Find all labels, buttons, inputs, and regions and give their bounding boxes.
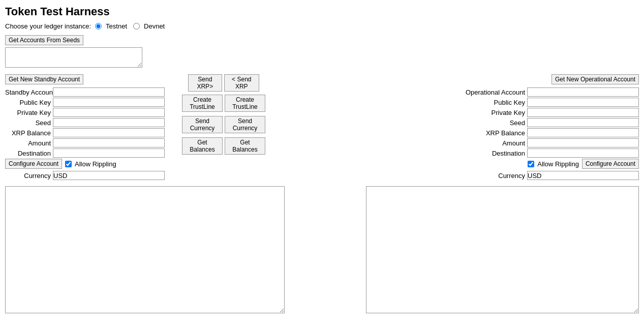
op-public-key-input[interactable] — [527, 98, 639, 107]
get-balances-row: GetBalances GetBalances — [182, 137, 265, 157]
standby-currency-input[interactable] — [53, 171, 165, 180]
middle-panel: Send XRP> < Send XRP CreateTrustLine Cre… — [188, 74, 259, 182]
standby-seed-label: Seed — [5, 119, 51, 127]
get-new-operational-account-button[interactable]: Get New Operational Account — [551, 74, 639, 84]
standby-configure-account-button[interactable]: Configure Account — [5, 159, 62, 169]
op-account-row: Operational Account — [466, 87, 639, 97]
op-allow-rippling-label: Allow Rippling — [537, 160, 579, 168]
send-currency-left-button[interactable]: SendCurrency — [182, 116, 223, 133]
standby-private-key-row: Private Key — [5, 108, 188, 117]
op-destination-row: Destination — [492, 149, 639, 158]
standby-panel: Get New Standby Account Standby Account … — [5, 74, 188, 182]
operational-top-button-row: Get New Operational Account — [551, 74, 639, 84]
send-currency-row: SendCurrency SendCurrency — [182, 116, 265, 135]
op-xrp-balance-label: XRP Balance — [486, 129, 525, 137]
standby-account-label: Standby Account — [5, 88, 51, 96]
standby-private-key-label: Private Key — [5, 109, 51, 116]
seeds-section: Get Accounts From Seeds — [5, 35, 639, 69]
send-xrp-row: Send XRP> < Send XRP — [188, 74, 259, 92]
standby-destination-row: Destination — [5, 149, 188, 158]
log-middle — [285, 186, 366, 315]
standby-private-key-input[interactable] — [53, 108, 165, 117]
op-public-key-label: Public Key — [494, 99, 525, 106]
log-section — [5, 186, 639, 315]
op-configure-account-button[interactable]: Configure Account — [582, 159, 639, 169]
create-trustline-left-button[interactable]: CreateTrustLine — [182, 95, 223, 112]
op-configure-row: Allow Rippling Configure Account — [528, 159, 639, 169]
get-balances-left-button[interactable]: GetBalances — [182, 137, 223, 155]
log-left — [5, 186, 285, 315]
standby-public-key-label: Public Key — [5, 99, 51, 106]
op-currency-row: Currency — [498, 171, 639, 180]
op-private-key-row: Private Key — [492, 108, 639, 117]
standby-amount-label: Amount — [5, 139, 51, 147]
send-xrp-right-button[interactable]: Send XRP> — [188, 74, 222, 92]
ledger-choice-label: Choose your ledger instance: — [5, 22, 91, 30]
op-destination-label: Destination — [492, 150, 525, 157]
op-amount-input[interactable] — [527, 138, 639, 147]
log-right — [366, 186, 639, 315]
standby-log-textarea[interactable] — [5, 186, 285, 313]
op-allow-rippling-checkbox[interactable] — [528, 161, 534, 167]
devnet-radio[interactable] — [133, 23, 140, 29]
standby-xrp-balance-label: XRP Balance — [5, 129, 51, 137]
op-currency-input[interactable] — [527, 171, 639, 180]
standby-currency-row: Currency — [5, 171, 188, 180]
op-seed-row: Seed — [510, 118, 639, 127]
testnet-label: Testnet — [106, 22, 127, 30]
op-public-key-row: Public Key — [494, 98, 639, 107]
op-destination-input[interactable] — [527, 149, 639, 158]
page-title: Token Test Harness — [5, 5, 639, 18]
operational-panel: Get New Operational Account Operational … — [259, 74, 639, 182]
standby-configure-row: Configure Account Allow Rippling — [5, 159, 188, 169]
create-trustline-row: CreateTrustLine CreateTrustLine — [182, 95, 265, 114]
op-amount-row: Amount — [502, 138, 639, 147]
standby-account-row: Standby Account — [5, 87, 188, 97]
op-private-key-input[interactable] — [527, 108, 639, 117]
get-accounts-from-seeds-button[interactable]: Get Accounts From Seeds — [5, 35, 83, 45]
standby-allow-rippling-label: Allow Rippling — [75, 160, 116, 168]
op-seed-label: Seed — [510, 119, 525, 127]
op-seed-input[interactable] — [527, 118, 639, 127]
standby-destination-label: Destination — [5, 150, 51, 157]
standby-account-input[interactable] — [53, 87, 165, 97]
standby-allow-rippling-checkbox[interactable] — [65, 161, 72, 167]
op-account-input[interactable] — [527, 87, 639, 97]
op-currency-label: Currency — [498, 172, 525, 180]
op-private-key-label: Private Key — [492, 109, 525, 116]
op-amount-label: Amount — [502, 139, 525, 147]
standby-seed-input[interactable] — [53, 118, 165, 127]
get-new-standby-account-button[interactable]: Get New Standby Account — [5, 74, 83, 84]
op-xrp-balance-row: XRP Balance — [486, 128, 639, 137]
standby-currency-label: Currency — [5, 172, 51, 180]
standby-top-button-row: Get New Standby Account — [5, 74, 188, 84]
standby-destination-input[interactable] — [53, 149, 165, 158]
standby-xrp-balance-row: XRP Balance — [5, 128, 188, 137]
op-account-label: Operational Account — [466, 88, 525, 96]
testnet-radio[interactable] — [95, 23, 102, 29]
op-xrp-balance-input[interactable] — [527, 128, 639, 137]
operational-log-textarea[interactable] — [366, 186, 639, 313]
main-layout: Get New Standby Account Standby Account … — [5, 74, 639, 182]
standby-amount-input[interactable] — [53, 138, 165, 147]
send-xrp-left-button[interactable]: < Send XRP — [224, 74, 259, 92]
ledger-choice-row: Choose your ledger instance: Testnet Dev… — [5, 22, 639, 30]
standby-seed-row: Seed — [5, 118, 188, 127]
standby-xrp-balance-input[interactable] — [53, 128, 165, 137]
seeds-textarea[interactable] — [5, 47, 142, 68]
devnet-label: Devnet — [144, 22, 165, 30]
standby-public-key-row: Public Key — [5, 98, 188, 107]
standby-public-key-input[interactable] — [53, 98, 165, 107]
standby-amount-row: Amount — [5, 138, 188, 147]
